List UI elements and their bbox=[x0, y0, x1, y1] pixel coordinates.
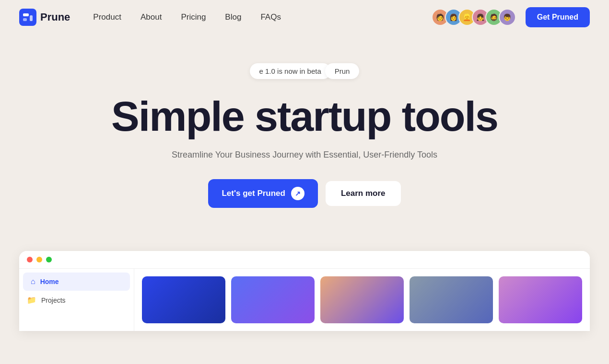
beta-badge-left: e 1.0 is now in beta bbox=[250, 63, 331, 79]
svg-rect-0 bbox=[19, 9, 36, 26]
svg-rect-2 bbox=[23, 18, 27, 21]
nav-links: Product About Pricing Blog FAQs bbox=[93, 12, 281, 22]
content-card-1 bbox=[142, 276, 225, 323]
nav-link-pricing[interactable]: Pricing bbox=[181, 12, 206, 22]
beta-badge-container: e 1.0 is now in beta Prun bbox=[250, 63, 360, 79]
logo-text: Prune bbox=[40, 11, 70, 23]
content-card-5 bbox=[499, 276, 582, 323]
content-card-2 bbox=[231, 276, 315, 323]
avatar: 👦 bbox=[499, 9, 516, 26]
nav-link-product[interactable]: Product bbox=[93, 12, 121, 22]
hero-title: Simple startup tools bbox=[111, 94, 498, 138]
app-sidebar: ⌂ Home 📁 Projects bbox=[19, 269, 134, 331]
nav-item-faqs[interactable]: FAQs bbox=[260, 12, 281, 22]
content-card-4 bbox=[410, 276, 493, 323]
folder-icon: 📁 bbox=[27, 296, 36, 305]
hero-subtitle: Streamline Your Business Journey with Es… bbox=[172, 150, 437, 160]
cta-primary-button[interactable]: Let's get Pruned ↗ bbox=[208, 179, 318, 208]
logo-icon bbox=[19, 9, 36, 26]
app-preview: ⌂ Home 📁 Projects bbox=[19, 251, 590, 331]
sidebar-item-projects[interactable]: 📁 Projects bbox=[19, 291, 134, 309]
nav-link-about[interactable]: About bbox=[141, 12, 162, 22]
beta-badge-right: Prun bbox=[325, 63, 360, 79]
home-icon: ⌂ bbox=[31, 277, 35, 286]
content-card-3 bbox=[320, 276, 404, 323]
navbar: Prune Product About Pricing Blog FAQs 🧑 bbox=[0, 0, 609, 34]
hero-section: e 1.0 is now in beta Prun Simple startup… bbox=[0, 34, 609, 227]
app-body: ⌂ Home 📁 Projects bbox=[19, 269, 590, 331]
nav-link-faqs[interactable]: FAQs bbox=[260, 12, 281, 22]
hero-buttons: Let's get Pruned ↗ Learn more bbox=[208, 179, 400, 208]
get-pruned-button[interactable]: Get Pruned bbox=[526, 7, 590, 27]
nav-left: Prune Product About Pricing Blog FAQs bbox=[19, 9, 281, 26]
svg-rect-1 bbox=[23, 13, 29, 16]
titlebar-dot-yellow bbox=[36, 257, 42, 262]
app-content bbox=[134, 269, 590, 331]
nav-item-pricing[interactable]: Pricing bbox=[181, 12, 206, 22]
avatar-group: 🧑 👩 👱 👧 🧔 👦 bbox=[432, 9, 516, 26]
nav-item-blog[interactable]: Blog bbox=[225, 12, 241, 22]
nav-item-about[interactable]: About bbox=[141, 12, 162, 22]
nav-link-blog[interactable]: Blog bbox=[225, 12, 241, 22]
nav-right: 🧑 👩 👱 👧 🧔 👦 Get Pruned bbox=[432, 7, 590, 27]
cta-secondary-button[interactable]: Learn more bbox=[326, 181, 401, 206]
sidebar-item-home[interactable]: ⌂ Home bbox=[23, 273, 130, 291]
app-titlebar bbox=[19, 251, 590, 269]
svg-rect-3 bbox=[30, 15, 33, 21]
logo-link[interactable]: Prune bbox=[19, 9, 70, 26]
titlebar-dot-red bbox=[27, 257, 33, 262]
titlebar-dot-green bbox=[46, 257, 52, 262]
cta-arrow-icon: ↗ bbox=[291, 187, 304, 200]
nav-item-product[interactable]: Product bbox=[93, 12, 121, 22]
